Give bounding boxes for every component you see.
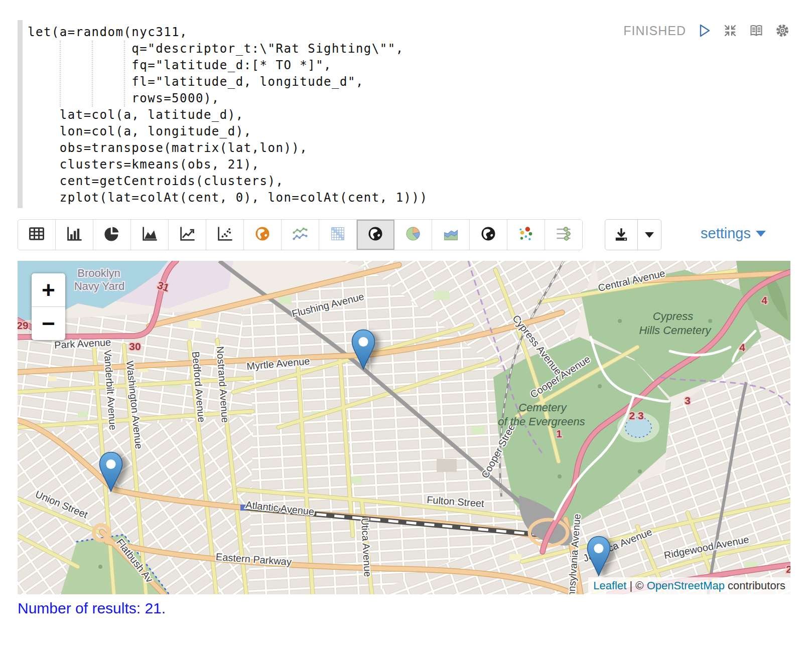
visualization-toolbar: settings [18,219,766,250]
shrink-icon [722,23,738,39]
map-marker[interactable] [98,451,123,493]
settings-label: settings [701,225,751,242]
collapse-width-button[interactable] [722,23,738,39]
settings-caret-icon [756,231,766,237]
route-shield: 3 [685,395,691,406]
code-line: zplot(lat=colAt(cent, 0), lon=colAt(cent… [28,190,428,206]
route-shield: 30 [129,341,141,352]
attribution-separator: | © [626,579,646,592]
code-line: let(a=random(nyc311, [28,24,428,41]
map-zoom-control: + − [32,273,65,340]
run-paragraph-button[interactable] [696,23,712,39]
globeDark-icon [479,225,497,245]
editor-gutter [18,20,23,208]
sliders-icon [555,225,573,245]
route-shield: 2 3 [629,410,643,421]
line-icon [178,225,196,245]
code-editor[interactable]: let(a=random(nyc311, q="descriptor_t:\"R… [18,20,794,208]
zoom-in-button[interactable]: + [32,273,65,307]
book-icon [748,22,764,39]
viz-heatmap-button[interactable] [319,220,357,250]
area-icon [141,225,159,245]
code-line: cent=getCentroids(clusters), [28,173,428,190]
viz-table-button[interactable] [18,220,56,250]
map-label: of the Evergreens [498,415,585,428]
viz-scatter-chart-button[interactable] [206,220,244,250]
osm-link[interactable]: OpenStreetMap [647,579,725,592]
leaflet-link[interactable]: Leaflet [593,579,626,592]
download-group [605,219,661,250]
gear-icon [774,22,790,39]
pieColor-icon [404,225,422,245]
scatterColor-icon [517,225,535,245]
status-badge: FINISHED [623,24,686,38]
map-label: Brooklyn [77,267,120,279]
chevron-down-icon [645,232,654,238]
route-shield: 29 [18,319,29,331]
map-label: Cemetery [518,401,567,414]
code-line: lat=col(a, latitude_d), [28,107,428,123]
route-shield: 4 [739,342,745,353]
download-button[interactable] [605,220,637,250]
leaflet-map[interactable]: BrooklynNavy YardPark AvenueFlushing Ave… [18,261,790,594]
globeDark-icon [366,225,384,245]
viz-globe-orange-button[interactable] [244,220,282,250]
viz-pie-color-button[interactable] [394,220,432,250]
route-shield: 4 [761,294,767,306]
viz-multi-line-chart-button[interactable] [282,220,319,250]
download-options-button[interactable] [637,220,661,250]
route-shield: 1 [556,428,562,439]
viz-sliders-button[interactable] [545,220,582,250]
viz-scatter-color-button[interactable] [507,220,545,250]
code-line: q="descriptor_t:\"Rat Sighting\"", [28,41,428,57]
code-line: rows=5000), [28,90,428,107]
code-line: obs=transpose(matrix(lat,lon)), [28,140,428,156]
play-icon [701,25,709,36]
code-line: lon=col(a, longitude_d), [28,123,428,140]
paragraph-settings-button[interactable] [774,23,790,39]
table-icon [28,225,46,245]
map-label: Hills Cemetery [639,324,712,337]
map-marker[interactable] [351,329,376,370]
settings-toggle[interactable]: settings [701,225,766,242]
areaColor-icon [442,225,460,245]
attribution-suffix: contributors [725,579,785,592]
result-count-text: Number of results: 21. [18,600,166,617]
paragraph-status-bar: FINISHED [623,23,790,39]
globeOrange-icon [253,225,272,245]
download-icon [613,226,630,243]
show-editor-button[interactable] [748,23,764,39]
viz-globe-dark-button[interactable] [470,220,507,250]
multiline-icon [291,225,309,245]
pie-icon [103,225,121,245]
code-text[interactable]: let(a=random(nyc311, q="descriptor_t:\"R… [28,24,428,206]
viz-area-color-button[interactable] [432,220,470,250]
map-marker[interactable] [586,536,611,577]
viz-pie-chart-button[interactable] [93,220,131,250]
map-attribution: Leaflet | © OpenStreetMap contributors [588,577,790,594]
map-label: Navy Yard [74,280,125,292]
scatter-icon [216,225,234,245]
viz-line-chart-button[interactable] [169,220,206,250]
zoom-out-button[interactable]: − [32,307,65,340]
code-line: fl="latitude_d, longitude_d", [28,74,428,90]
viz-bar-chart-button[interactable] [56,220,93,250]
viz-area-chart-button[interactable] [131,220,169,250]
bar-icon [65,225,83,245]
map-label: Cypress [653,310,694,322]
code-line: clusters=kmeans(obs, 21), [28,156,428,173]
viz-button-group [18,219,583,250]
code-line: fq="latitude_d:[* TO *]", [28,57,428,74]
route-shield: 2 [786,563,790,575]
heatmap-icon [329,225,347,245]
viz-map-globe-button[interactable] [357,220,394,250]
map-canvas: BrooklynNavy YardPark AvenueFlushing Ave… [18,261,790,594]
